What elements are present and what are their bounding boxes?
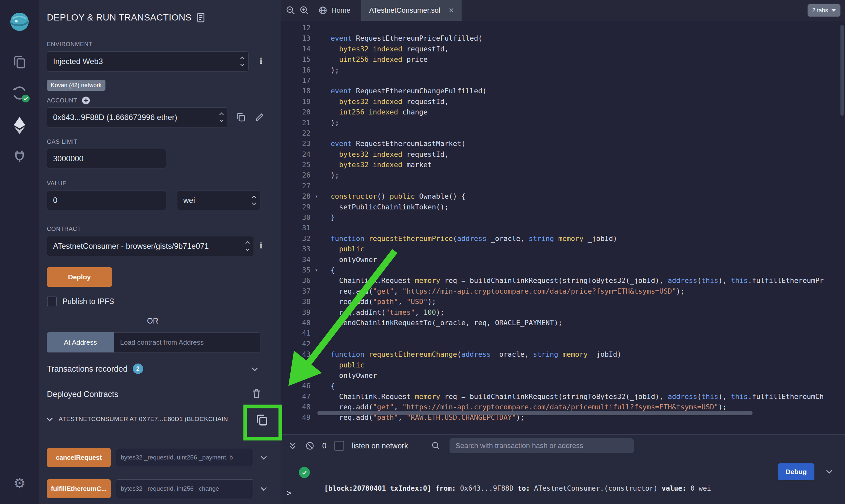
fold-marker-icon[interactable]: ▾ xyxy=(311,265,322,275)
fold-marker-icon[interactable]: ▾ xyxy=(311,191,322,202)
value-input[interactable] xyxy=(47,191,166,210)
transaction-log[interactable]: [block:20780401 txIndex:0] from: 0x643..… xyxy=(324,461,711,504)
expand-terminal-icon[interactable] xyxy=(288,441,297,451)
plugin-manager-icon[interactable] xyxy=(0,149,39,163)
code-text: req.addInt("times", 100); xyxy=(322,307,444,318)
code-token: "path" xyxy=(373,298,398,306)
code-token: .fulfillEthereumCh xyxy=(748,393,824,401)
function-button-cancelRequest[interactable]: cancelRequest xyxy=(47,448,111,467)
environment-select[interactable]: Injected Web3 xyxy=(47,51,249,72)
code-token xyxy=(322,34,331,42)
fold-spacer xyxy=(311,118,322,128)
fold-spacer xyxy=(311,65,322,75)
editor-area: Home ATestnetConsumer.sol × 2 tabs 1213 … xyxy=(280,0,845,434)
line-number: 41 xyxy=(280,328,311,339)
code-token: constructor xyxy=(331,192,377,200)
line-number: 47 xyxy=(280,392,311,402)
code-line: 36 Chainlink.Request memory req = buildC… xyxy=(280,275,845,286)
function-params-input[interactable] xyxy=(116,448,254,467)
deploy-run-icon[interactable] xyxy=(0,116,39,134)
code-token: bytes32 indexed xyxy=(339,97,402,106)
editor-vertical-scrollbar[interactable] xyxy=(841,25,844,116)
tab-active-file[interactable]: ATestnetConsumer.sol × xyxy=(361,0,462,21)
code-line: 31 xyxy=(280,223,845,233)
fold-spacer xyxy=(311,296,322,307)
panel-doc-icon[interactable] xyxy=(197,13,205,22)
add-account-icon[interactable] xyxy=(82,96,90,105)
function-button-fulfillEthereumC[interactable]: fulfillEthereumC... xyxy=(47,479,111,498)
fold-spacer xyxy=(311,139,322,149)
trash-icon[interactable] xyxy=(251,388,262,399)
zoom-in-icon[interactable] xyxy=(299,5,309,15)
fold-spacer xyxy=(311,44,322,54)
close-tab-icon[interactable]: × xyxy=(449,6,454,15)
terminal-prompt[interactable]: > xyxy=(287,488,292,498)
code-line: 16 ); xyxy=(280,65,845,75)
at-address-button[interactable]: At Address xyxy=(47,332,114,353)
editor-tabbar: Home ATestnetConsumer.sol × 2 tabs xyxy=(280,0,845,21)
code-token: ( xyxy=(697,276,702,285)
transactions-chevron-down-icon[interactable] xyxy=(252,365,257,371)
contract-select[interactable]: ATestnetConsumer - browser/gists/9b71e07… xyxy=(47,236,254,256)
transactions-recorded-label: Transactions recorded xyxy=(47,364,127,374)
listen-network-checkbox[interactable] xyxy=(334,441,344,451)
fold-spacer xyxy=(311,339,322,349)
line-number: 29 xyxy=(280,202,311,212)
fold-spacer xyxy=(311,23,322,33)
copy-contract-address-icon[interactable] xyxy=(255,413,269,427)
function-params-input[interactable] xyxy=(116,479,254,498)
deployed-contract-item[interactable]: ATESTNETCONSUMER AT 0X7E7...E80D1 (BLOCK… xyxy=(47,412,275,428)
tab-home[interactable]: Home xyxy=(313,0,356,21)
code-line: 35▾ { xyxy=(280,265,845,275)
deployed-contracts-label: Deployed Contracts xyxy=(47,390,119,399)
code-token xyxy=(322,87,331,95)
log-expand-chevron-icon[interactable] xyxy=(826,468,832,473)
zoom-out-icon[interactable] xyxy=(286,5,296,15)
chevron-down-icon[interactable] xyxy=(261,454,266,460)
value-label: VALUE xyxy=(47,180,67,187)
file-explorer-icon[interactable] xyxy=(0,55,39,70)
fold-spacer xyxy=(311,318,322,328)
contract-label: CONTRACT xyxy=(47,226,81,233)
environment-info-icon[interactable]: i xyxy=(260,56,262,66)
publish-ipfs-label: Publish to IPFS xyxy=(63,297,114,306)
at-address-input[interactable] xyxy=(114,332,260,353)
account-select[interactable]: 0x643...9F88D (1.666673996 ether) xyxy=(47,107,228,127)
clear-console-icon[interactable] xyxy=(305,441,314,450)
code-token xyxy=(322,45,339,53)
code-token xyxy=(322,234,331,242)
debug-button[interactable]: Debug xyxy=(778,463,814,480)
remix-logo[interactable] xyxy=(0,12,39,32)
code-token: req.add( xyxy=(322,403,373,411)
publish-ipfs-checkbox[interactable] xyxy=(47,296,57,306)
transactions-recorded-row[interactable]: Transactions recorded 2 xyxy=(47,363,143,374)
code-token: .fulfillEthereumPr xyxy=(748,276,824,285)
terminal-search-input[interactable] xyxy=(449,438,634,453)
contract-function-row: cancelRequest xyxy=(47,448,273,467)
chevron-down-icon[interactable] xyxy=(261,485,266,491)
editor-horizontal-scrollbar[interactable] xyxy=(317,411,753,415)
copy-account-icon[interactable] xyxy=(236,112,246,122)
code-token: ); xyxy=(436,308,445,317)
gas-limit-input[interactable] xyxy=(47,149,166,168)
deploy-button[interactable]: Deploy xyxy=(47,267,112,287)
code-text: onlyOwner xyxy=(322,255,377,265)
line-number: 22 xyxy=(280,128,311,139)
fold-spacer xyxy=(311,244,322,254)
contract-info-icon[interactable]: i xyxy=(260,240,262,251)
fold-spacer xyxy=(311,75,322,86)
code-token: memory xyxy=(563,350,588,358)
code-text: bytes32 indexed requestId, xyxy=(322,96,449,107)
line-number: 39 xyxy=(280,307,311,318)
fold-spacer xyxy=(311,212,322,223)
solidity-compiler-icon[interactable] xyxy=(0,85,39,101)
value-unit-select[interactable]: wei xyxy=(177,191,260,210)
contract-expand-chevron-icon[interactable] xyxy=(47,415,52,421)
code-editor[interactable]: 1213 event RequestEthereumPriceFulfilled… xyxy=(280,21,845,434)
fold-spacer xyxy=(311,54,322,65)
settings-icon[interactable]: ⚙ xyxy=(0,477,39,490)
code-text: ); xyxy=(322,118,339,128)
code-token xyxy=(322,55,339,64)
edit-account-icon[interactable] xyxy=(255,112,265,122)
tabs-dropdown[interactable]: 2 tabs xyxy=(808,4,841,17)
